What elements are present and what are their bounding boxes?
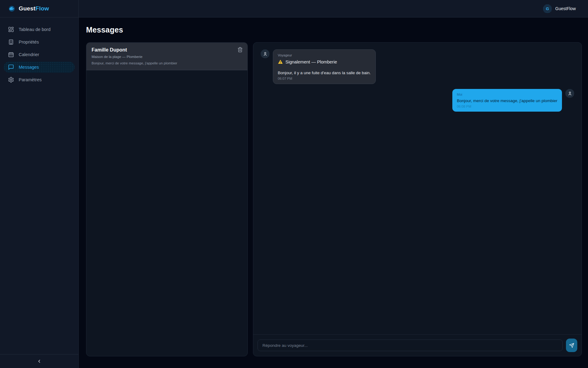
sidebar-collapse-button[interactable] xyxy=(0,354,78,368)
message-sender: Voyageur xyxy=(278,53,371,57)
calendar-icon xyxy=(8,52,14,58)
sidebar-item-label: Propriétés xyxy=(19,40,39,44)
message-title: Signalement — Plomberie xyxy=(278,59,371,64)
conversation-name: Famille Dupont xyxy=(92,47,242,53)
message-row-host: Moi Bonjour, merci de votre message, j'a… xyxy=(261,89,574,112)
dashboard-icon xyxy=(8,26,14,33)
building-icon xyxy=(8,39,14,45)
message-body: Bonjour, merci de votre message, j'appel… xyxy=(457,98,557,103)
chat-messages: Voyageur Signalement — Plomberie Bonjour… xyxy=(253,43,582,334)
sidebar-item-label: Messages xyxy=(19,65,39,70)
trash-icon xyxy=(237,47,243,52)
gear-icon xyxy=(8,77,14,83)
conversation-list-item[interactable]: Famille Dupont Maison de la plage — Plom… xyxy=(86,43,247,70)
sidebar-nav: Tableau de bord Propriétés Calendrier Me… xyxy=(0,17,78,85)
chat-icon xyxy=(8,64,14,70)
page-title: Messages xyxy=(86,25,588,34)
sidebar: GuestFlow Tableau de bord Propriétés Cal… xyxy=(0,0,79,368)
chat-panel: Voyageur Signalement — Plomberie Bonjour… xyxy=(253,42,582,356)
chevron-left-icon xyxy=(37,359,42,364)
host-message-bubble: Moi Bonjour, merci de votre message, j'a… xyxy=(452,89,562,112)
conversation-preview: Bonjour, merci de votre message, j'appel… xyxy=(92,61,242,65)
sidebar-item-settings[interactable]: Paramètres xyxy=(4,74,75,85)
reply-input[interactable] xyxy=(258,339,563,351)
avatar[interactable]: G xyxy=(543,4,552,13)
messages-layout: Famille Dupont Maison de la plage — Plom… xyxy=(79,34,588,368)
send-icon xyxy=(569,343,574,348)
sidebar-item-label: Calendrier xyxy=(19,52,39,57)
guest-message-bubble: Voyageur Signalement — Plomberie Bonjour… xyxy=(273,49,376,84)
user-name: GuestFlow xyxy=(555,6,576,11)
send-button[interactable] xyxy=(566,339,577,352)
sidebar-item-label: Tableau de bord xyxy=(19,27,51,32)
sidebar-item-dashboard[interactable]: Tableau de bord xyxy=(4,24,75,35)
sidebar-item-label: Paramètres xyxy=(19,77,42,82)
wave-logo-icon xyxy=(8,5,15,12)
sidebar-item-messages[interactable]: Messages xyxy=(4,62,75,73)
topbar: G GuestFlow xyxy=(79,0,588,17)
message-body: Bonjour, il y a une fuite d'eau dans la … xyxy=(278,71,371,75)
main-content: Messages Famille Dupont Maison de la pla… xyxy=(79,17,588,368)
delete-conversation-button[interactable] xyxy=(237,47,243,52)
host-avatar xyxy=(565,89,574,98)
brand-name: GuestFlow xyxy=(19,5,49,12)
message-row-guest: Voyageur Signalement — Plomberie Bonjour… xyxy=(261,49,574,84)
conversation-context: Maison de la plage — Plomberie xyxy=(92,55,242,59)
message-sender: Moi xyxy=(457,93,557,96)
brand: GuestFlow xyxy=(0,0,78,17)
conversation-list-panel: Famille Dupont Maison de la plage — Plom… xyxy=(86,42,248,356)
message-composer xyxy=(253,334,582,356)
guest-avatar xyxy=(261,49,270,58)
message-time: 06:07 PM xyxy=(278,77,371,80)
warning-icon xyxy=(278,59,283,64)
sidebar-item-properties[interactable]: Propriétés xyxy=(4,36,75,48)
person-icon xyxy=(567,91,572,96)
message-time: 06:08 PM xyxy=(457,105,557,108)
sidebar-item-calendar[interactable]: Calendrier xyxy=(4,49,75,60)
person-icon xyxy=(263,52,268,56)
